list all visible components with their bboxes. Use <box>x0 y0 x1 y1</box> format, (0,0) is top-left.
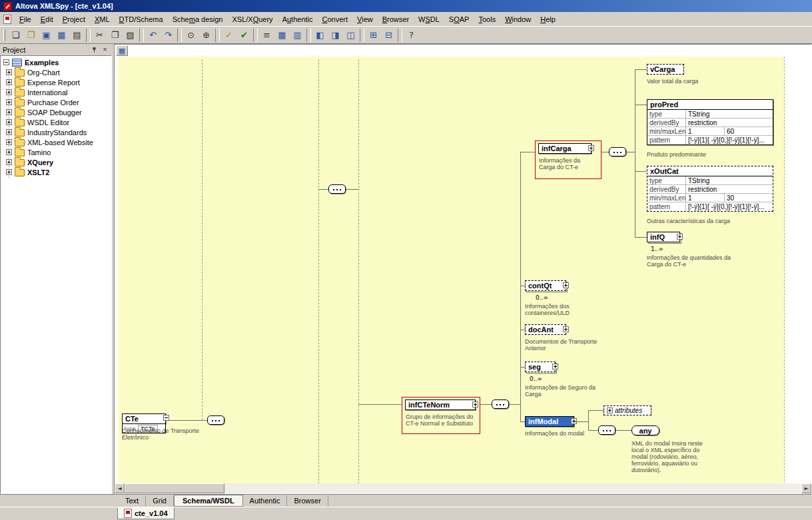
sequence-compositor[interactable] <box>598 425 615 435</box>
insert-row-icon[interactable]: ⊞ <box>366 28 381 43</box>
element-docAnt[interactable]: docAnt <box>525 324 566 335</box>
expand-plus-icon[interactable] <box>6 69 12 75</box>
redo-icon[interactable]: ↷ <box>161 28 176 43</box>
expand-plus-icon[interactable] <box>6 169 12 175</box>
tree-item-soap-debugger[interactable]: SOAP Debugger <box>1 107 111 117</box>
find-next-icon[interactable]: ⊕ <box>199 28 214 43</box>
scroll-right-button[interactable]: ► <box>801 483 811 493</box>
toolbar-grip[interactable] <box>3 29 5 41</box>
tree-item-examples[interactable]: Examples <box>1 57 111 67</box>
find-icon[interactable]: ⊙ <box>183 28 199 43</box>
file-tab-cte-v1-04[interactable]: cte_v1.04 <box>117 507 175 519</box>
tree-item-purchase-order[interactable]: Purchase Order <box>1 97 111 107</box>
sequence-compositor[interactable] <box>492 399 509 409</box>
element-infQ[interactable]: infQ <box>647 232 680 242</box>
new-file-icon[interactable]: ❏ <box>8 28 23 43</box>
tab-authentic[interactable]: Authentic <box>243 495 288 506</box>
active-document-icon[interactable] <box>3 15 11 24</box>
close-panel-button[interactable]: × <box>101 45 109 54</box>
scrollbar-track[interactable] <box>224 483 801 493</box>
simpletype-proPred[interactable]: proPred typeTString derivedByrestriction… <box>647 99 773 145</box>
expand-plus-icon[interactable] <box>6 129 12 135</box>
expand-plus-icon[interactable] <box>607 407 613 413</box>
delete-row-icon[interactable]: ⊟ <box>381 28 396 43</box>
scroll-left-button[interactable]: ◄ <box>115 483 125 493</box>
expand-plus-icon[interactable] <box>6 149 12 155</box>
menu-xsl-xquery[interactable]: XSL/XQuery <box>227 13 277 25</box>
menu-authentic[interactable]: Authentic <box>278 13 318 25</box>
simpletype-xOutCat[interactable]: xOutCat typeTString derivedByrestriction… <box>647 166 773 212</box>
info-window-icon[interactable]: ◨ <box>328 28 343 43</box>
tree-item-wsdl-editor[interactable]: WSDL Editor <box>1 117 111 127</box>
project-window-icon[interactable]: ◧ <box>312 28 328 43</box>
display-diagram-button[interactable]: ▦ <box>116 45 128 56</box>
entry-helpers-icon[interactable]: ◫ <box>343 28 358 43</box>
collapse-minus-icon[interactable] <box>3 59 9 65</box>
save-all-icon[interactable]: ▦ <box>54 28 69 43</box>
tree-item-xml-based-website[interactable]: XML-based Website <box>1 137 111 147</box>
expand-plus-icon[interactable] <box>6 89 12 95</box>
sequence-compositor[interactable] <box>609 147 626 156</box>
check-well-formed-icon[interactable]: ✓ <box>221 28 236 43</box>
save-icon[interactable]: ▣ <box>39 28 54 43</box>
expand-plus-icon[interactable] <box>6 119 12 125</box>
menu-help[interactable]: Help <box>536 13 560 25</box>
menu-xml[interactable]: XML <box>90 13 115 25</box>
element-CTe[interactable]: CTe <box>122 413 166 424</box>
element-seg[interactable]: seg <box>525 362 556 372</box>
menu-edit[interactable]: Edit <box>36 13 58 25</box>
menu-view[interactable]: View <box>352 13 378 25</box>
tab-text[interactable]: Text <box>119 495 146 506</box>
sequence-compositor[interactable] <box>207 415 224 425</box>
tree-item-xquery[interactable]: XQuery <box>1 157 111 167</box>
tree-item-expense-report[interactable]: Expense Report <box>1 77 111 87</box>
tab-grid[interactable]: Grid <box>146 495 174 506</box>
element-contQt[interactable]: contQt <box>525 280 566 291</box>
menu-schema-design[interactable]: Schema design <box>168 13 228 25</box>
undo-icon[interactable]: ↶ <box>145 28 161 43</box>
xmlspy-logo-icon[interactable] <box>3 2 12 11</box>
expand-plus-icon[interactable] <box>6 139 12 145</box>
expand-plus-icon[interactable] <box>677 234 683 240</box>
menu-project[interactable]: Project <box>58 13 90 25</box>
open-file-icon[interactable]: ❐ <box>23 28 39 43</box>
print-icon[interactable]: ▤ <box>69 28 85 43</box>
menu-dtd-schema[interactable]: DTD/Schema <box>115 13 168 25</box>
menu-wsdl[interactable]: WSDL <box>414 13 444 25</box>
text-view-icon[interactable]: ≡ <box>259 28 274 43</box>
cut-icon[interactable]: ✂ <box>92 28 107 43</box>
auto-hide-pin-button[interactable] <box>90 45 99 54</box>
expand-plus-icon[interactable] <box>563 326 569 332</box>
tree-item-industry-standards[interactable]: IndustryStandards <box>1 127 111 137</box>
element-infCarga[interactable]: infCarga <box>538 143 592 154</box>
element-any[interactable]: any <box>631 425 659 435</box>
attributes-box[interactable]: attributes <box>604 405 651 415</box>
validate-icon[interactable]: ✔ <box>236 28 252 43</box>
expand-plus-icon[interactable] <box>6 159 12 165</box>
sequence-compositor[interactable] <box>328 184 346 194</box>
paste-icon[interactable]: ▨ <box>123 28 138 43</box>
expand-plus-icon[interactable] <box>6 79 12 85</box>
scrollbar-thumb[interactable] <box>125 483 224 493</box>
element-infModal-selected[interactable]: infModal <box>525 416 574 427</box>
menu-window[interactable]: Window <box>500 13 536 25</box>
tree-item-org-chart[interactable]: Org-Chart <box>1 67 111 77</box>
help-icon[interactable]: ? <box>404 28 419 43</box>
grid-view-icon[interactable]: ▦ <box>274 28 290 43</box>
menu-convert[interactable]: Convert <box>318 13 353 25</box>
menu-browser[interactable]: Browser <box>378 13 414 25</box>
menu-soap[interactable]: SOAP <box>444 13 474 25</box>
expand-plus-icon[interactable] <box>6 99 12 105</box>
expand-plus-icon[interactable] <box>472 401 478 407</box>
copy-icon[interactable]: ❐ <box>107 28 123 43</box>
expand-plus-icon[interactable] <box>563 282 569 288</box>
expand-plus-icon[interactable] <box>552 364 558 370</box>
schema-design-view-icon[interactable]: ▥ <box>290 28 305 43</box>
menu-tools[interactable]: Tools <box>474 13 500 25</box>
tree-item-tamino[interactable]: Tamino <box>1 147 111 157</box>
tree-item-international[interactable]: International <box>1 87 111 97</box>
tree-item-xslt2[interactable]: XSLT2 <box>1 167 111 177</box>
tab-browser[interactable]: Browser <box>287 495 328 506</box>
menu-file[interactable]: File <box>15 13 36 25</box>
expand-plus-icon[interactable] <box>6 109 12 115</box>
